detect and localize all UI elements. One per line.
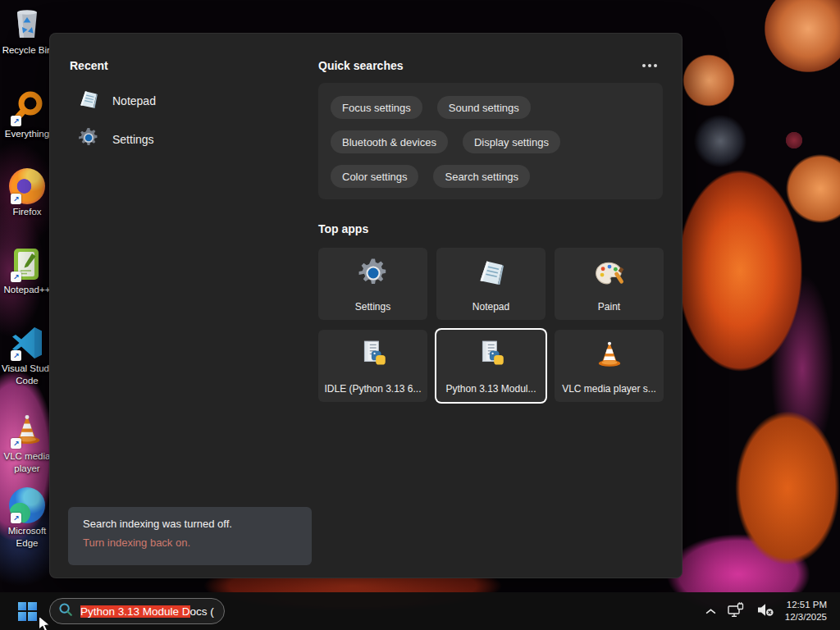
vscode-icon: ↗: [9, 325, 45, 361]
top-apps-grid: Settings Notepad: [318, 248, 664, 402]
search-text-selected: Python 3.13 Module D: [80, 605, 190, 618]
desktop-icon-firefox[interactable]: ↗ Firefox: [2, 168, 52, 218]
shortcut-arrow-icon: ↗: [11, 116, 21, 126]
notepad-icon: [78, 89, 99, 113]
top-app-tile-idle-python[interactable]: IDLE (Python 3.13 6...: [318, 330, 427, 402]
search-text-unselected: ocs (: [190, 605, 214, 618]
desktop-icon-label: Visual Studio: [2, 363, 52, 375]
desktop-icon-label: Everything: [2, 128, 52, 140]
desktop-icon-recycle-bin[interactable]: Recycle Bin: [2, 7, 52, 57]
top-app-label: VLC media player s...: [555, 383, 664, 395]
clock-time: 12:51 PM: [785, 599, 827, 611]
top-app-label: IDLE (Python 3.13 6...: [318, 383, 427, 395]
quick-search-pill-display-settings[interactable]: Display settings: [463, 130, 560, 153]
clock-date: 12/3/2025: [785, 611, 827, 623]
vlc-icon: [594, 340, 625, 374]
top-app-label: Settings: [318, 301, 427, 313]
top-app-label: Notepad: [436, 301, 546, 313]
notice-message: Search indexing was turned off.: [83, 518, 297, 530]
shortcut-arrow-icon: ↗: [11, 272, 21, 282]
top-apps-title: Top apps: [318, 222, 368, 235]
shortcut-arrow-icon: ↗: [11, 194, 21, 204]
shortcut-arrow-icon: ↗: [11, 438, 21, 449]
system-tray: 12:51 PM 12/3/2025: [700, 592, 835, 630]
chevron-up-icon: [705, 604, 716, 619]
top-app-tile-settings[interactable]: Settings: [318, 248, 427, 320]
gear-icon: [358, 258, 389, 292]
top-app-label: Paint: [555, 301, 664, 313]
ethernet-network-icon: [728, 602, 745, 621]
firefox-icon: ↗: [9, 168, 45, 204]
search-input-text: Python 3.13 Module Docs (: [80, 605, 214, 618]
top-app-tile-python-module-docs[interactable]: Python 3.13 Modul...: [436, 330, 546, 402]
desktop-icon-label: player: [2, 463, 52, 475]
gear-icon: [78, 127, 99, 152]
edge-icon: ↗: [9, 487, 45, 523]
paint-icon: [594, 258, 625, 292]
recent-item-label: Settings: [112, 133, 154, 146]
quick-searches-title: Quick searches: [318, 59, 404, 72]
recent-item-settings[interactable]: Settings: [68, 124, 308, 155]
taskbar-clock[interactable]: 12:51 PM 12/3/2025: [780, 599, 835, 623]
more-options-button[interactable]: [637, 58, 663, 73]
shortcut-arrow-icon: ↗: [11, 513, 21, 523]
top-app-tile-notepad[interactable]: Notepad: [436, 248, 546, 320]
quick-searches-box: Focus settings Sound settings Bluetooth …: [318, 83, 663, 199]
desktop-icon-label: Edge: [2, 537, 52, 550]
notepad-icon: [477, 258, 506, 290]
quick-search-pill-focus-settings[interactable]: Focus settings: [331, 96, 422, 119]
desktop-icon-label: Code: [2, 375, 52, 387]
recycle-bin-icon: [9, 7, 45, 43]
recent-section-title: Recent: [70, 59, 108, 72]
ellipsis-icon: [648, 64, 651, 67]
vlc-icon: ↗: [9, 413, 45, 449]
top-app-tile-paint[interactable]: Paint: [555, 248, 664, 320]
search-indexing-notice: Search indexing was turned off. Turn ind…: [68, 507, 312, 565]
desktop-icon-edge[interactable]: ↗ Microsoft Edge: [2, 487, 52, 550]
desktop-icon-label: Notepad++: [2, 284, 52, 296]
windows-logo-icon: [18, 602, 37, 621]
recent-item-notepad[interactable]: Notepad: [68, 85, 308, 116]
search-icon: [58, 602, 73, 620]
quick-search-pill-color-settings[interactable]: Color settings: [331, 165, 418, 188]
desktop-icon-vscode[interactable]: ↗ Visual Studio Code: [2, 325, 52, 387]
search-flyout-panel: Recent Notepad Settings Quick searches: [49, 33, 682, 578]
desktop-icon-label: Firefox: [2, 206, 52, 218]
start-button[interactable]: [14, 599, 40, 623]
taskbar-search-box[interactable]: Python 3.13 Module Docs (: [49, 598, 225, 624]
desktop-icon-everything[interactable]: ↗ Everything: [2, 90, 52, 140]
everything-icon: ↗: [9, 90, 45, 126]
recent-item-label: Notepad: [112, 94, 156, 107]
desktop-icon-vlc[interactable]: ↗ VLC media player: [2, 413, 52, 475]
python-doc-icon: [358, 340, 389, 374]
quick-search-pill-search-settings[interactable]: Search settings: [433, 165, 530, 188]
volume-status-button[interactable]: [751, 598, 780, 624]
windows-desktop: { "desktop": { "icons": [ { "icon": "rec…: [0, 0, 840, 630]
top-app-label: Python 3.13 Modul...: [436, 383, 546, 395]
quick-search-pill-bluetooth-devices[interactable]: Bluetooth & devices: [331, 130, 448, 153]
speaker-muted-icon: [756, 603, 774, 620]
desktop-icon-label: VLC media: [2, 450, 52, 463]
turn-indexing-on-link[interactable]: Turn indexing back on.: [83, 536, 297, 549]
taskbar: Python 3.13 Module Docs (: [0, 592, 840, 630]
tray-overflow-button[interactable]: [700, 598, 722, 624]
desktop-icon-notepad-plus-plus[interactable]: ↗ Notepad++: [2, 246, 52, 296]
top-app-tile-vlc[interactable]: VLC media player s...: [555, 330, 664, 402]
python-doc-icon: [476, 340, 507, 374]
network-status-button[interactable]: [722, 598, 751, 624]
desktop-icon-label: Recycle Bin: [2, 44, 52, 57]
desktop-icon-label: Microsoft: [2, 525, 52, 537]
quick-search-pill-sound-settings[interactable]: Sound settings: [437, 96, 531, 119]
notepad-plus-plus-icon: ↗: [9, 246, 45, 282]
shortcut-arrow-icon: ↗: [11, 350, 21, 361]
